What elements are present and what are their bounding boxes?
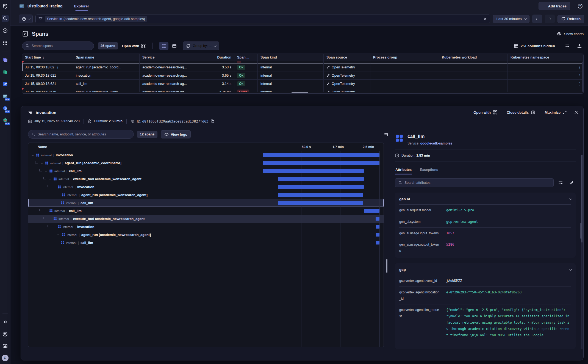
- app-analytics-icon[interactable]: [2, 68, 9, 76]
- expand-rail-icon[interactable]: [2, 318, 9, 326]
- monitoring-chart-icon[interactable]: [2, 343, 9, 350]
- open-with-button[interactable]: Open with: [473, 110, 497, 115]
- collapse-toggle-icon[interactable]: −: [57, 193, 60, 197]
- waterfall-row[interactable]: −internal|agent_run [academic_coordinato…: [28, 159, 384, 167]
- attr-search-input[interactable]: [404, 181, 550, 185]
- app-kubernetes-icon[interactable]: NEW: [2, 117, 9, 124]
- table-row[interactable]: Jul 15, 09:30:18.621invocationacademic-n…: [22, 71, 583, 80]
- search-icon[interactable]: [2, 15, 9, 22]
- row-menu-icon[interactable]: ⋮: [56, 65, 60, 69]
- collapse-toggle-icon[interactable]: −: [52, 185, 56, 189]
- horizontal-scrollbar[interactable]: [292, 92, 308, 93]
- table-row[interactable]: [22, 61, 583, 63]
- attr-row[interactable]: gen_ai.usage.input_tokens1057: [399, 227, 571, 239]
- column-header[interactable]: Start time↓: [22, 54, 73, 61]
- app-distributed-tracing-icon[interactable]: NEW: [2, 93, 9, 100]
- collapse-toggle-icon[interactable]: −: [48, 177, 52, 181]
- collapse-all-icon[interactable]: −: [32, 145, 35, 149]
- time-range-selector[interactable]: Last 30 minutes: [493, 15, 529, 23]
- table-row[interactable]: Jul 15, 09:30:18.62⋮agent_run [academic_…: [22, 63, 583, 71]
- collapse-toggle-icon[interactable]: −: [52, 225, 56, 229]
- refresh-button[interactable]: Refresh: [558, 15, 584, 23]
- tab-exceptions[interactable]: Exceptions: [419, 166, 439, 174]
- waterfall-row[interactable]: internal|call_llm: [28, 199, 384, 207]
- column-header[interactable]: Span source: [324, 54, 370, 61]
- time-next-button[interactable]: [545, 15, 555, 23]
- collapse-toggle-icon[interactable]: −: [40, 161, 43, 165]
- column-header[interactable]: Kubernetes workload: [439, 54, 508, 61]
- show-charts-toggle[interactable]: Show charts: [557, 31, 584, 36]
- table-row[interactable]: Jul 15, 09:30:18.621call_llmacademic-new…: [22, 80, 583, 88]
- search-spans-box[interactable]: [22, 41, 94, 50]
- column-header[interactable]: Duration: [208, 54, 234, 61]
- column-header[interactable]: Kubernetes namespace: [508, 54, 576, 61]
- attr-row[interactable]: gcp.vertex.agent.event_idjAoWDMZZ: [399, 275, 571, 287]
- help-icon[interactable]: ?: [576, 2, 584, 10]
- search-spans-input[interactable]: [32, 44, 90, 48]
- waterfall-row[interactable]: −internal|invocation: [28, 223, 384, 231]
- waterfall-search-box[interactable]: [28, 130, 134, 139]
- scope-selector[interactable]: [19, 15, 33, 23]
- row-settings-icon[interactable]: [563, 42, 572, 50]
- maximize-button[interactable]: Maximize: [545, 110, 567, 115]
- copy-icon[interactable]: [210, 119, 214, 123]
- group-by-selector[interactable]: Group by: ...: [183, 41, 219, 50]
- details-scrollbar[interactable]: [581, 155, 583, 349]
- attr-row[interactable]: gcp.vertex.agent.invocation_ide-8f396293…: [399, 287, 571, 304]
- waterfall-row[interactable]: −internal|agent_run [academic_websearch_…: [28, 191, 384, 199]
- column-header[interactable]: Process group: [370, 54, 439, 61]
- collapse-toggle-icon[interactable]: −: [31, 153, 34, 157]
- waterfall-row[interactable]: −internal|execute_tool academic_newresea…: [28, 215, 384, 223]
- apps-grid-icon[interactable]: [2, 39, 9, 46]
- waterfall-row[interactable]: −internal|execute_tool academic_websearc…: [28, 175, 384, 183]
- help-lifebuoy-icon[interactable]: [2, 330, 9, 338]
- tab-attributes[interactable]: Attributes: [395, 166, 412, 174]
- filter-input[interactable]: Service in (academic-new-research-agent,…: [35, 15, 490, 23]
- attr-filter-icon[interactable]: [556, 179, 565, 187]
- close-button[interactable]: [574, 110, 578, 115]
- waterfall-row[interactable]: −internal|call_llm: [28, 167, 384, 175]
- attr-search-box[interactable]: [395, 178, 554, 187]
- open-with-button[interactable]: Open with: [122, 44, 146, 48]
- attr-row[interactable]: gen_ai.usage.output_tokens5286: [399, 239, 571, 257]
- app-settings-hub-icon[interactable]: NEW: [2, 105, 9, 112]
- app-dashboards-icon[interactable]: [2, 56, 9, 63]
- tab-explorer[interactable]: Explorer: [74, 0, 89, 12]
- get-started-icon[interactable]: [2, 27, 9, 34]
- attr-group-header[interactable]: gen ai: [399, 196, 571, 204]
- attr-group-header[interactable]: gcp: [399, 266, 571, 275]
- view-logs-button[interactable]: View logs: [161, 130, 191, 138]
- waterfall-search-input[interactable]: [38, 132, 130, 136]
- waterfall-row[interactable]: −internal|agent_run [academic_newresearc…: [28, 231, 384, 239]
- time-prev-button[interactable]: [532, 15, 542, 23]
- user-avatar[interactable]: G: [2, 355, 9, 361]
- column-header[interactable]: Service: [140, 54, 208, 61]
- download-icon[interactable]: [575, 42, 584, 50]
- collapse-toggle-icon[interactable]: −: [44, 169, 48, 173]
- close-details-button[interactable]: Close details: [507, 110, 535, 115]
- waterfall-row[interactable]: −internal|call_llm: [28, 207, 384, 215]
- column-header[interactable]: Span name: [73, 54, 140, 61]
- waterfall-row[interactable]: −internal|invocation: [28, 151, 384, 159]
- column-header[interactable]: Span ...: [234, 54, 258, 61]
- add-traces-button[interactable]: Add traces: [539, 2, 570, 10]
- attr-row[interactable]: gen_ai.request.modelgemini-2.5-pro: [399, 204, 571, 216]
- app-workflows-icon[interactable]: [2, 80, 9, 88]
- service-link[interactable]: google-adk-samples: [420, 141, 452, 145]
- waterfall-settings-icon[interactable]: [382, 130, 390, 138]
- vertical-scrollbar[interactable]: [582, 62, 583, 92]
- list-view-button[interactable]: [159, 42, 168, 50]
- attr-row[interactable]: gcp.vertex.agent.llm_request{"model": "g…: [399, 304, 571, 341]
- attr-row[interactable]: gen_ai.systemgcp.vertex.agent: [399, 216, 571, 227]
- filter-chip[interactable]: Service in (academic-new-research-agent,…: [45, 16, 147, 22]
- table-view-button[interactable]: [170, 42, 179, 50]
- panel-resize-handle[interactable]: [386, 259, 387, 273]
- raw-format-toggle-icon[interactable]: [567, 179, 576, 187]
- collapse-toggle-icon[interactable]: −: [57, 233, 60, 237]
- collapse-toggle-icon[interactable]: −: [48, 217, 52, 221]
- columns-hidden-button[interactable]: 251 columns hidden: [514, 44, 555, 48]
- column-header[interactable]: Span kind: [258, 54, 324, 61]
- collapse-toggle-icon[interactable]: −: [44, 209, 48, 213]
- dynatrace-logo-icon[interactable]: [2, 3, 9, 10]
- waterfall-row[interactable]: −internal|invocation: [28, 183, 384, 191]
